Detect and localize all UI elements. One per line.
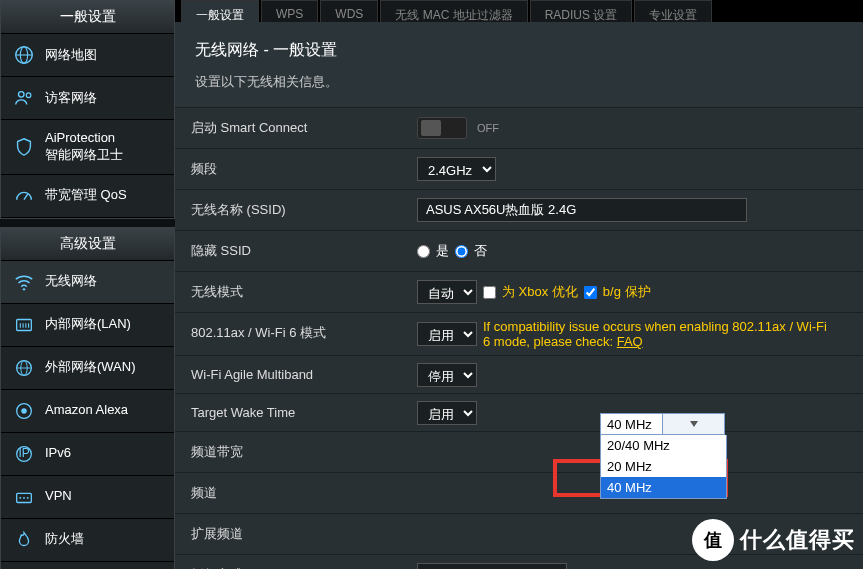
ax-select[interactable]: 启用 [417, 322, 477, 346]
bg-checkbox[interactable] [584, 286, 597, 299]
xbox-checkbox[interactable] [483, 286, 496, 299]
watermark-text: 什么值得买 [740, 525, 855, 555]
tab-radius[interactable]: RADIUS 设置 [530, 0, 633, 22]
page-desc: 设置以下无线相关信息。 [175, 73, 863, 107]
bw-option-20[interactable]: 20 MHz [601, 456, 726, 477]
tab-pro[interactable]: 专业设置 [634, 0, 712, 22]
twt-select[interactable]: 启用 [417, 401, 477, 425]
sidebar-item-wireless[interactable]: 无线网络 [1, 261, 174, 304]
svg-point-4 [26, 93, 31, 98]
sidebar-item-netmap[interactable]: 网络地图 [1, 34, 174, 77]
page-title: 无线网络 - 一般设置 [175, 22, 863, 73]
sidebar-item-admin[interactable]: 系统管理 [1, 562, 174, 569]
bw-option-2040[interactable]: 20/40 MHz [601, 435, 726, 456]
hide-yes-radio[interactable] [417, 245, 430, 258]
sidebar-group-advanced: 高级设置 [1, 228, 174, 261]
users-icon [13, 87, 35, 109]
band-select[interactable]: 2.4GHz [417, 157, 496, 181]
globe-icon [13, 44, 35, 66]
row-ax-label: 802.11ax / Wi-Fi 6 模式 [175, 313, 407, 355]
row-ch-label: 频道 [175, 473, 407, 513]
hide-no-radio[interactable] [455, 245, 468, 258]
row-bw-label: 频道带宽 [175, 432, 407, 472]
sidebar-item-lan[interactable]: 内部网络(LAN) [1, 304, 174, 347]
row-smartconnect-label: 启动 Smart Connect [175, 108, 407, 148]
svg-line-5 [24, 194, 28, 200]
row-hide-label: 隐藏 SSID [175, 231, 407, 271]
chevron-down-icon[interactable] [662, 414, 724, 434]
svg-point-3 [19, 92, 25, 98]
svg-point-18 [27, 497, 29, 499]
gauge-icon [13, 185, 35, 207]
watermark: 值 什么值得买 [692, 519, 855, 561]
tab-wps[interactable]: WPS [261, 0, 318, 22]
tab-bar: 一般设置 WPS WDS 无线 MAC 地址过滤器 RADIUS 设置 专业设置 [175, 0, 863, 22]
agile-select[interactable]: 停用 [417, 363, 477, 387]
sidebar-item-guest[interactable]: 访客网络 [1, 77, 174, 120]
watermark-badge: 值 [692, 519, 734, 561]
sidebar-item-vpn[interactable]: VPN [1, 476, 174, 519]
row-ssid-label: 无线名称 (SSID) [175, 190, 407, 230]
mode-select[interactable]: 自动 [417, 280, 477, 304]
tab-wds[interactable]: WDS [320, 0, 378, 22]
sidebar: 一般设置 网络地图 访客网络 AiProtection 智能网络卫士 带宽管理 … [0, 0, 175, 569]
sidebar-group-general: 一般设置 [1, 1, 174, 34]
ssid-input[interactable] [417, 198, 747, 222]
bandwidth-dropdown[interactable]: 40 MHz 20/40 MHz 20 MHz 40 MHz [600, 413, 727, 499]
row-band-label: 频段 [175, 149, 407, 189]
fire-icon [13, 529, 35, 551]
svg-point-6 [23, 288, 25, 290]
svg-point-16 [19, 497, 21, 499]
row-twt-label: Target Wake Time [175, 394, 407, 431]
main-panel: 一般设置 WPS WDS 无线 MAC 地址过滤器 RADIUS 设置 专业设置… [175, 0, 863, 569]
shield-icon [13, 136, 35, 158]
tab-mac[interactable]: 无线 MAC 地址过滤器 [380, 0, 527, 22]
lan-icon [13, 314, 35, 336]
vpn-icon [13, 486, 35, 508]
faq-link[interactable]: FAQ [617, 334, 643, 349]
sidebar-item-ipv6[interactable]: IP IPv6 [1, 433, 174, 476]
bw-option-40[interactable]: 40 MHz [601, 477, 726, 498]
wifi-icon [13, 271, 35, 293]
globe-icon [13, 357, 35, 379]
svg-point-17 [23, 497, 25, 499]
svg-text:IP: IP [18, 446, 29, 460]
row-mode-label: 无线模式 [175, 272, 407, 312]
row-agile-label: Wi-Fi Agile Multiband [175, 356, 407, 393]
sidebar-item-alexa[interactable]: Amazon Alexa [1, 390, 174, 433]
network-icon: IP [13, 443, 35, 465]
tab-general[interactable]: 一般设置 [181, 0, 259, 22]
sidebar-item-firewall[interactable]: 防火墙 [1, 519, 174, 562]
auth-select[interactable]: WPA2-Personal [417, 563, 567, 569]
row-auth-label: 授权方式 [175, 555, 407, 569]
smartconnect-toggle[interactable] [417, 117, 467, 139]
svg-point-12 [21, 408, 27, 414]
alexa-icon [13, 400, 35, 422]
sidebar-item-wan[interactable]: 外部网络(WAN) [1, 347, 174, 390]
row-ext-label: 扩展频道 [175, 514, 407, 554]
sidebar-item-aiprotect[interactable]: AiProtection 智能网络卫士 [1, 120, 174, 175]
sidebar-item-qos[interactable]: 带宽管理 QoS [1, 175, 174, 218]
